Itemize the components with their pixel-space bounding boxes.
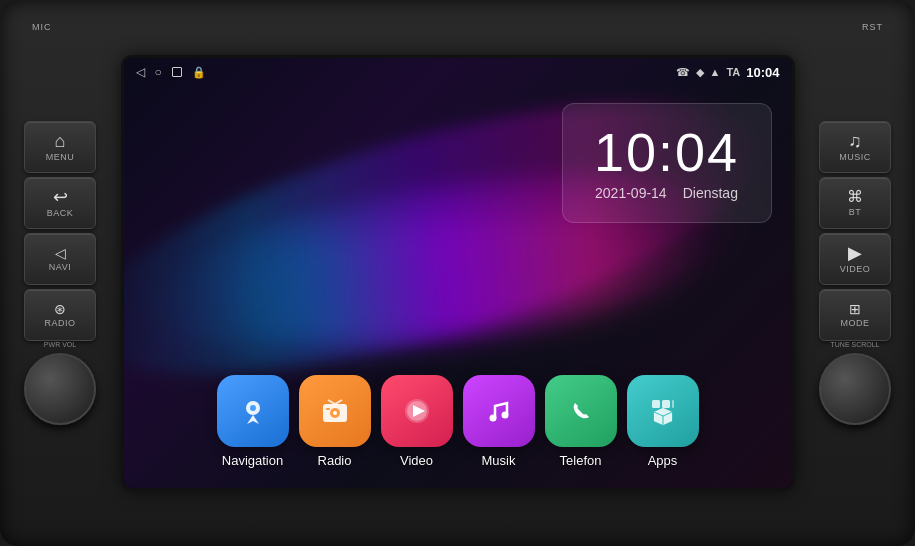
- bt-button[interactable]: ⌘ BT: [819, 177, 891, 229]
- back-icon: ↩: [53, 188, 68, 206]
- svg-point-4: [333, 411, 337, 415]
- status-left: ◁ ○ 🔒: [136, 65, 676, 79]
- navigation-icon: [217, 375, 289, 447]
- video-icon: [381, 375, 453, 447]
- main-screen: ◁ ○ 🔒 ☎ ◆ ▲ TA 10:04 10:04 2021-09-14 Di…: [124, 58, 792, 488]
- clock-date: 2021-09-14: [595, 185, 667, 201]
- music-icon: [463, 375, 535, 447]
- svg-rect-5: [326, 408, 330, 410]
- radio-label: Radio: [318, 453, 352, 468]
- app-video[interactable]: Video: [381, 375, 453, 468]
- video-button[interactable]: ▶ VIDEO: [819, 233, 891, 285]
- clock-widget: 10:04 2021-09-14 Dienstag: [562, 103, 772, 223]
- mic-label: MIC: [32, 22, 52, 32]
- navi-label: NAVI: [49, 262, 71, 272]
- mode-label: MODE: [841, 318, 870, 328]
- call-icon: ☎: [676, 66, 690, 79]
- navi-icon: ◁: [55, 246, 66, 260]
- car-radio-device: MIC ⌂ MENU ↩ BACK ◁ NAVI ⊛ RADIO PWR VOL: [0, 0, 915, 546]
- tune-scroll-label: TUNE SCROLL: [830, 341, 879, 348]
- clock-date-row: 2021-09-14 Dienstag: [595, 185, 738, 201]
- radio-button[interactable]: ⊛ RADIO: [24, 289, 96, 341]
- phone-icon: [545, 375, 617, 447]
- music-btn-icon: ♫: [848, 132, 862, 150]
- svg-point-1: [250, 405, 256, 411]
- bt-label: BT: [849, 207, 862, 217]
- pwr-vol-label: PWR VOL: [44, 341, 76, 348]
- radio-label: RADIO: [44, 318, 75, 328]
- apps-icon: [627, 375, 699, 447]
- video-btn-label: VIDEO: [840, 264, 871, 274]
- app-grid: Navigation Radio: [124, 375, 792, 468]
- svg-point-9: [489, 415, 496, 422]
- svg-point-10: [501, 412, 508, 419]
- signal-icon: ▲: [710, 66, 721, 78]
- radio-app-icon: [299, 375, 371, 447]
- telefon-label: Telefon: [560, 453, 602, 468]
- music-button[interactable]: ♫ MUSIC: [819, 121, 891, 173]
- mode-icon: ⊞: [849, 302, 861, 316]
- app-apps[interactable]: Apps: [627, 375, 699, 468]
- menu-label: MENU: [46, 152, 75, 162]
- apps-label: Apps: [648, 453, 678, 468]
- menu-button[interactable]: ⌂ MENU: [24, 121, 96, 173]
- bluetooth-icon: ⌘: [847, 189, 863, 205]
- ta-label: TA: [726, 66, 740, 78]
- back-button[interactable]: ↩ BACK: [24, 177, 96, 229]
- recents-icon: [172, 67, 182, 77]
- left-panel: MIC ⌂ MENU ↩ BACK ◁ NAVI ⊛ RADIO PWR VOL: [0, 0, 120, 546]
- mode-button[interactable]: ⊞ MODE: [819, 289, 891, 341]
- pwr-vol-knob[interactable]: PWR VOL: [24, 353, 96, 425]
- clock-day: Dienstag: [683, 185, 738, 201]
- wifi-icon: ◆: [696, 66, 704, 79]
- status-time: 10:04: [746, 65, 779, 80]
- svg-rect-12: [662, 400, 670, 408]
- tune-scroll-knob[interactable]: TUNE SCROLL: [819, 353, 891, 425]
- radio-icon: ⊛: [54, 302, 66, 316]
- right-panel: RST ♫ MUSIC ⌘ BT ▶ VIDEO ⊞ MODE TUNE SCR…: [795, 0, 915, 546]
- clock-time: 10:04: [594, 125, 739, 179]
- music-btn-label: MUSIC: [839, 152, 871, 162]
- back-label: BACK: [47, 208, 74, 218]
- video-btn-icon: ▶: [848, 244, 862, 262]
- lock-icon: 🔒: [192, 66, 206, 79]
- svg-rect-11: [652, 400, 660, 408]
- status-right: ☎ ◆ ▲ TA 10:04: [676, 65, 780, 80]
- app-radio[interactable]: Radio: [299, 375, 371, 468]
- app-telefon[interactable]: Telefon: [545, 375, 617, 468]
- video-label: Video: [400, 453, 433, 468]
- navi-button[interactable]: ◁ NAVI: [24, 233, 96, 285]
- app-musik[interactable]: Musik: [463, 375, 535, 468]
- navigation-label: Navigation: [222, 453, 283, 468]
- musik-label: Musik: [482, 453, 516, 468]
- back-nav-icon: ◁: [136, 65, 145, 79]
- svg-rect-13: [672, 400, 674, 408]
- home-icon: ⌂: [55, 132, 66, 150]
- rst-label: RST: [862, 22, 883, 32]
- status-bar: ◁ ○ 🔒 ☎ ◆ ▲ TA 10:04: [124, 58, 792, 86]
- app-navigation[interactable]: Navigation: [217, 375, 289, 468]
- android-home-icon: ○: [155, 65, 162, 79]
